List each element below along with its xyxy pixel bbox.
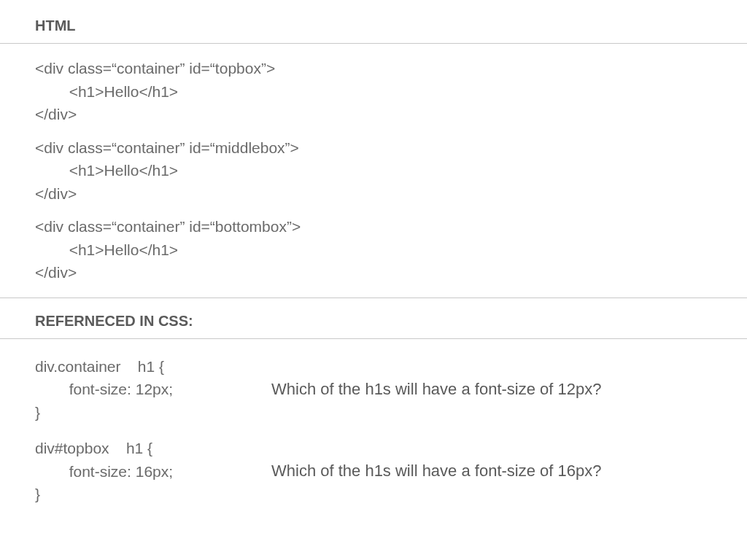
code-line: } — [35, 483, 261, 506]
code-line: </div> — [35, 182, 747, 206]
code-line: </div> — [35, 103, 747, 126]
css-rules-block: div.container h1 { font-size: 12px; } Wh… — [0, 339, 747, 506]
css-rule-row: div#topbox h1 { font-size: 16px; } Which… — [35, 437, 747, 506]
code-line: <h1>Hello</h1> — [35, 80, 747, 104]
html-code-group-middlebox: <div class=“container” id=“middlebox”> <… — [35, 136, 747, 206]
code-line: font-size: 12px; — [35, 378, 261, 401]
code-line: <div class=“container” id=“topbox”> — [35, 57, 747, 80]
code-line: <h1>Hello</h1> — [35, 159, 747, 182]
css-rule-code: div.container h1 { font-size: 12px; } — [35, 355, 261, 424]
code-line: <div class=“container” id=“middlebox”> — [35, 136, 747, 160]
css-section-header: REFERNECED IN CSS: — [0, 298, 747, 339]
code-line: font-size: 16px; — [35, 460, 261, 483]
css-rule-row: div.container h1 { font-size: 12px; } Wh… — [35, 355, 747, 424]
code-line: <div class=“container” id=“bottombox”> — [35, 215, 747, 238]
code-line: </div> — [35, 261, 747, 284]
css-rule-question: Which of the h1s will have a font-size o… — [261, 462, 747, 481]
html-section-header: HTML — [0, 0, 747, 44]
css-rule-question: Which of the h1s will have a font-size o… — [261, 380, 747, 399]
css-rule-code: div#topbox h1 { font-size: 16px; } — [35, 437, 261, 506]
code-line: div#topbox h1 { — [35, 437, 261, 460]
html-code-group-bottombox: <div class=“container” id=“bottombox”> <… — [35, 215, 747, 284]
html-code-group-topbox: <div class=“container” id=“topbox”> <h1>… — [35, 57, 747, 126]
html-code-block: <div class=“container” id=“topbox”> <h1>… — [0, 44, 747, 298]
code-line: } — [35, 401, 261, 424]
code-line: div.container h1 { — [35, 355, 261, 378]
code-line: <h1>Hello</h1> — [35, 238, 747, 262]
